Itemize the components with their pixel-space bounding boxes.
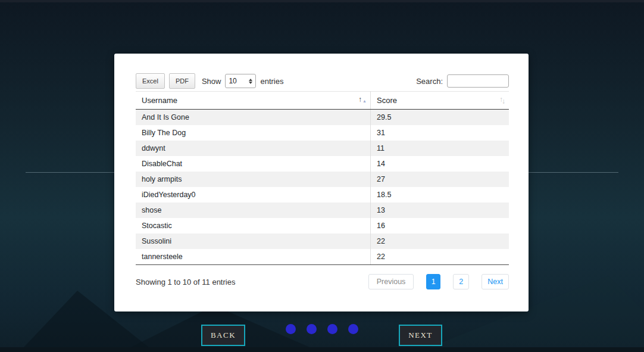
search-area: Search: [416,74,509,88]
progress-dots [286,324,358,334]
pagination-button-2[interactable]: 2 [453,274,469,289]
entries-label: entries [260,77,283,86]
table-row: Stocastic16 [136,218,509,233]
pagination: Previous12Next [368,274,509,289]
score-cell: 11 [371,141,509,156]
table-row: Sussolini22 [136,233,509,249]
pagination-button-next[interactable]: Next [482,274,509,289]
username-cell: Sussolini [136,233,371,249]
pagination-button-previous[interactable]: Previous [368,274,414,289]
progress-dot [348,324,358,334]
table-row: DisableChat14 [136,156,509,172]
top-edge-strip [0,0,644,2]
bottom-edge-strip [0,347,644,352]
username-cell: And It Is Gone [136,110,371,126]
username-cell: ddwynt [136,141,371,156]
export-pdf-button[interactable]: PDF [169,73,195,89]
entries-info-text: Showing 1 to 10 of 11 entries [136,278,235,286]
username-cell: holy armpits [136,172,371,187]
progress-dot [327,324,337,334]
table-body: And It Is Gone29.5Billy The Dog31ddwynt1… [136,110,509,265]
table-row: iDiedYesterday018.5 [136,187,509,203]
page-size-select[interactable]: 10 [225,74,256,88]
table-row: And It Is Gone29.5 [136,110,509,126]
show-label: Show [202,77,221,86]
score-cell: 31 [371,125,509,141]
score-cell: 14 [371,156,509,172]
table-toolbar: Excel PDF Show 10 entries Search: [136,73,509,89]
table-header-row: Username Score [136,92,509,110]
page-size-value: 10 [229,77,236,85]
search-label: Search: [416,77,443,86]
username-cell: tannersteele [136,249,371,265]
table-footer: Showing 1 to 10 of 11 entries Previous12… [136,274,509,289]
sort-unsorted-icon [499,95,505,105]
scores-card: Excel PDF Show 10 entries Search: Userna… [114,54,529,311]
username-cell: DisableChat [136,156,371,172]
username-cell: Billy The Dog [136,125,371,141]
table-row: tannersteele22 [136,249,509,265]
search-input[interactable] [447,74,509,88]
score-cell: 18.5 [371,187,509,203]
username-cell: shose [136,203,371,218]
table-row: shose13 [136,203,509,218]
username-cell: Stocastic [136,218,371,233]
scores-table: Username Score And It Is Gone29.5Billy T… [136,91,509,265]
score-cell: 22 [371,233,509,249]
progress-dot [307,324,317,334]
score-cell: 22 [371,249,509,265]
table-row: Billy The Dog31 [136,125,509,141]
table-row: ddwynt11 [136,141,509,156]
next-button[interactable]: NEXT [399,325,442,346]
score-header-label: Score [377,96,397,105]
score-cell: 13 [371,203,509,218]
score-cell: 16 [371,218,509,233]
progress-dot [286,324,296,334]
column-header-score[interactable]: Score [371,92,509,110]
sort-ascending-icon [358,95,367,103]
column-header-username[interactable]: Username [136,92,371,110]
score-cell: 27 [371,172,509,187]
username-header-label: Username [142,96,177,105]
pagination-button-1[interactable]: 1 [426,274,440,289]
score-cell: 29.5 [371,110,509,126]
table-row: holy armpits27 [136,172,509,187]
export-excel-button[interactable]: Excel [136,73,165,89]
back-button[interactable]: BACK [201,325,245,346]
select-spinner-icon [249,79,252,84]
username-cell: iDiedYesterday0 [136,187,371,203]
